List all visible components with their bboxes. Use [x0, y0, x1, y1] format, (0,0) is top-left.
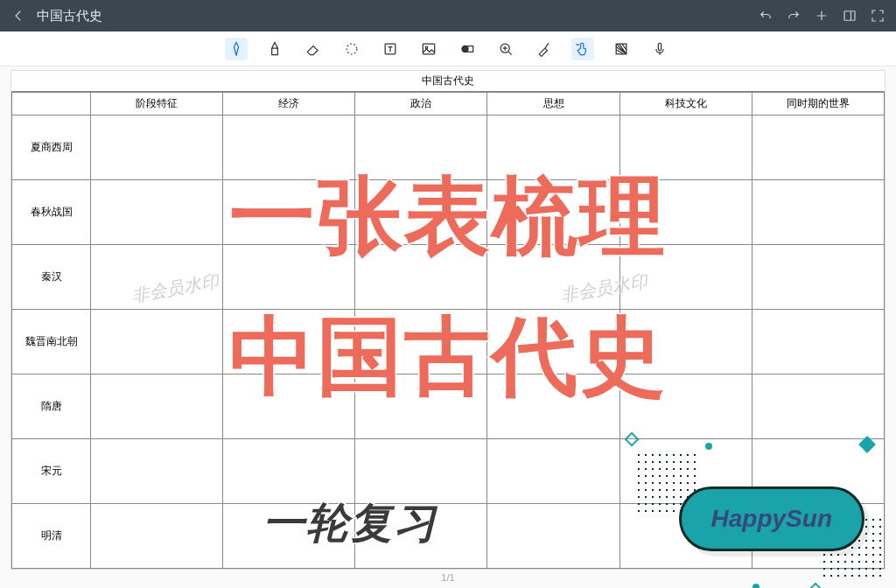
pen-icon[interactable]: [225, 38, 248, 60]
svg-rect-9: [658, 43, 661, 50]
back-icon[interactable]: [10, 8, 26, 24]
fullscreen-icon[interactable]: [870, 8, 886, 24]
col-header: 政治: [355, 93, 487, 116]
page-indicator: 1/1: [0, 572, 896, 583]
lasso-icon[interactable]: [340, 38, 363, 60]
col-header: 经济: [223, 93, 355, 116]
confetti-diamond-icon: [808, 583, 823, 588]
redo-icon[interactable]: [786, 8, 802, 24]
row-label: 宋元: [12, 439, 91, 504]
mic-icon[interactable]: [648, 38, 671, 60]
document-page[interactable]: 中国古代史 阶段特征 经济 政治 思想 科技文化 同时期的世界 夏商西周 春秋战…: [10, 70, 886, 570]
svg-rect-0: [844, 11, 855, 21]
zoom-icon[interactable]: [494, 38, 517, 60]
eraser-icon[interactable]: [302, 38, 325, 60]
laser-icon[interactable]: [533, 38, 556, 60]
text-tool-icon[interactable]: [379, 38, 402, 60]
col-header: 科技文化: [620, 93, 752, 116]
table-row: 夏商西周: [12, 116, 885, 180]
table-title: 中国古代史: [11, 71, 885, 92]
svg-point-1: [346, 44, 357, 54]
table-row: 春秋战国: [12, 180, 885, 245]
row-label: 明清: [12, 504, 91, 569]
gesture-icon[interactable]: [571, 38, 594, 60]
row-label: 魏晋南北朝: [12, 310, 91, 374]
pattern-icon[interactable]: [610, 38, 633, 60]
titlebar: 中国古代史: [0, 0, 896, 32]
col-header: [12, 93, 91, 116]
row-label: 夏商西周: [12, 116, 91, 180]
undo-icon[interactable]: [758, 8, 774, 24]
highlighter-icon[interactable]: [263, 38, 286, 60]
table-header-row: 阶段特征 经济 政治 思想 科技文化 同时期的世界: [12, 93, 885, 116]
table-row: 明清: [12, 504, 885, 569]
col-header: 思想: [487, 93, 620, 116]
svg-rect-3: [423, 44, 434, 54]
document-title: 中国古代史: [37, 8, 102, 24]
shape-tool-icon[interactable]: [456, 38, 479, 60]
row-label: 秦汉: [12, 245, 91, 310]
col-header: 阶段特征: [91, 93, 223, 116]
panel-icon[interactable]: [842, 8, 858, 24]
image-tool-icon[interactable]: [417, 38, 440, 60]
toolbar: [0, 32, 896, 66]
col-header: 同时期的世界: [752, 93, 884, 116]
table-row: 秦汉: [12, 245, 885, 310]
row-label: 隋唐: [12, 374, 91, 439]
add-icon[interactable]: [814, 8, 830, 24]
confetti-dot-icon: [752, 584, 760, 588]
history-table: 阶段特征 经济 政治 思想 科技文化 同时期的世界 夏商西周 春秋战国 秦汉 魏…: [11, 92, 885, 569]
canvas-area[interactable]: 中国古代史 阶段特征 经济 政治 思想 科技文化 同时期的世界 夏商西周 春秋战…: [0, 66, 896, 588]
table-row: 魏晋南北朝: [12, 310, 885, 374]
table-row: 宋元: [12, 439, 885, 504]
table-row: 隋唐: [12, 374, 885, 439]
row-label: 春秋战国: [12, 180, 91, 245]
